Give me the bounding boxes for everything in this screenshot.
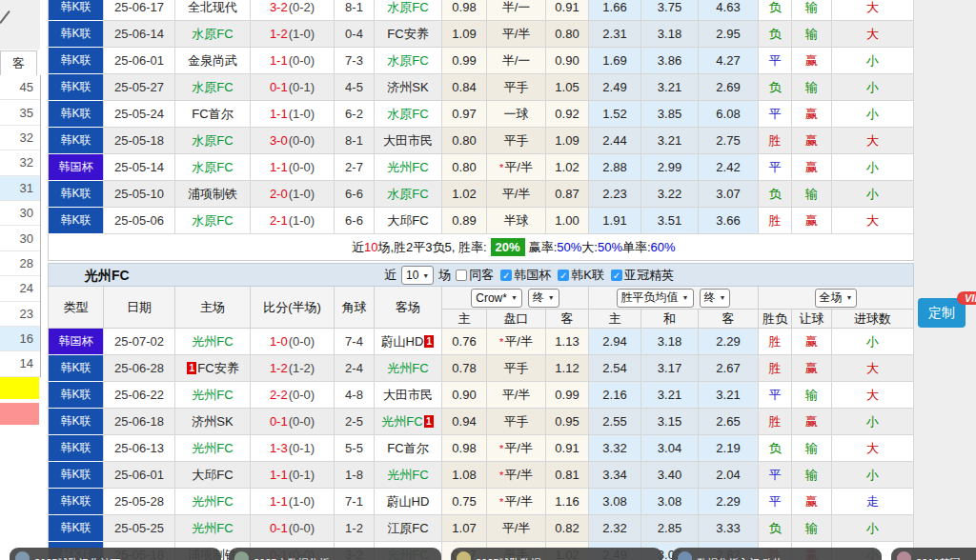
filter-checkbox-亚冠精英[interactable]: ✓亚冠精英 — [611, 267, 674, 284]
home-team[interactable]: 金泉尚武 — [175, 48, 251, 74]
score: 1-0(0-0) — [251, 329, 335, 355]
result-goals: 小 — [832, 462, 914, 489]
league-badge: 韩国杯 — [49, 329, 104, 355]
checkbox-checked-icon[interactable]: ✓ — [611, 270, 622, 281]
home-team[interactable]: 水原FC — [175, 128, 251, 154]
home-team[interactable]: 水原FC — [175, 74, 251, 101]
filter-checkbox-韩国杯[interactable]: ✓韩国杯 — [500, 267, 551, 284]
home-team[interactable]: 大邱FC — [175, 462, 251, 489]
away-team[interactable]: 光州FC — [375, 355, 442, 382]
league-badge: 韩K联 — [49, 355, 104, 382]
home-team[interactable]: 光州FC — [175, 329, 251, 355]
home-team[interactable]: 全北现代 — [175, 0, 251, 21]
match-date: 25-06-13 — [104, 435, 175, 462]
euro-odds-away: 2.29 — [699, 489, 759, 515]
away-team[interactable]: 蔚山HD — [375, 489, 442, 515]
home-team[interactable]: 济州SK — [175, 409, 251, 435]
asian-handicap: 半/一 — [487, 48, 546, 74]
filter-checkbox-同客[interactable]: 同客 — [456, 267, 494, 284]
asian-handicap: 平/半 — [487, 515, 546, 542]
asian-odds-home: 0.98 — [442, 435, 487, 462]
gwangju-table-header: 类型日期主场比分(半场)角球客场Crow*▼终▼胜平负均值▼终▼全场▼主盘口客主… — [48, 287, 914, 329]
table-row: 韩国杯25-07-02光州FC1-0(0-0)7-4蔚山HD10.76*平/半1… — [49, 329, 914, 355]
taskbar-popup[interactable]: 2016韩国 — [891, 548, 976, 560]
asian-odds-home: 0.94 — [442, 409, 487, 435]
away-team[interactable]: 光州FC1 — [375, 409, 442, 435]
home-team[interactable]: 光州FC — [175, 382, 251, 409]
away-team[interactable]: FC安养 — [375, 21, 442, 48]
euro-odds-home: 2.94 — [589, 329, 641, 355]
corner-count: 6-6 — [335, 208, 375, 234]
league-badge: 韩K联 — [49, 74, 104, 101]
sidebar-odds-value: 31 — [0, 176, 40, 201]
result-handicap: 赢 — [792, 489, 832, 515]
away-team[interactable]: 水原FC — [375, 48, 442, 74]
sub-header-0: 主 — [442, 310, 487, 329]
odds-source-select[interactable]: Crow*▼ — [471, 289, 522, 308]
home-team[interactable]: 1FC安养 — [175, 355, 251, 382]
home-team[interactable]: 水原FC — [175, 208, 251, 234]
home-team[interactable]: 光州FC — [175, 435, 251, 462]
match-date: 25-06-18 — [104, 409, 175, 435]
average-time-select[interactable]: 终▼ — [700, 289, 731, 308]
away-team[interactable]: 济州SK — [375, 74, 442, 101]
gwangju-section-bar: 光州FC 近 10▼ 场 同客✓韩国杯✓韩K联✓亚冠精英 — [48, 263, 914, 287]
away-team[interactable]: 水原FC — [375, 181, 442, 208]
euro-odds-draw: 2.85 — [641, 515, 699, 542]
odds-time-select[interactable]: 终▼ — [528, 289, 559, 308]
corner-count: 8-1 — [335, 0, 375, 21]
checkbox-label: 韩K联 — [571, 267, 604, 284]
euro-odds-away: 2.69 — [699, 74, 759, 101]
chevron-down-icon: ▼ — [548, 294, 555, 301]
asian-odds-home: 1.02 — [442, 181, 487, 208]
euro-odds-away: 3.33 — [699, 515, 759, 542]
taskbar-popup[interactable]: 2025球队数据 — [451, 548, 662, 560]
euro-odds-draw: 3.85 — [641, 101, 699, 128]
home-team[interactable]: 水原FC — [175, 21, 251, 48]
scope-select[interactable]: 全场▼ — [815, 289, 858, 308]
home-team[interactable]: 水原FC — [175, 154, 251, 181]
filter-checkbox-韩K联[interactable]: ✓韩K联 — [558, 267, 604, 284]
away-team[interactable]: 水原FC — [375, 101, 442, 128]
away-team[interactable]: 蔚山HD1 — [375, 329, 442, 355]
sidebar-odds-value: 35 — [0, 100, 40, 125]
euro-odds-draw: 3.17 — [641, 355, 699, 382]
average-type-select[interactable]: 胜平负均值▼ — [617, 289, 694, 308]
checkbox-checked-icon[interactable]: ✓ — [558, 270, 569, 281]
sub-header-6: 胜负 — [759, 310, 792, 329]
home-team[interactable]: 光州FC — [175, 515, 251, 542]
euro-odds-home: 3.08 — [589, 489, 641, 515]
home-team[interactable]: 浦项制铁 — [175, 181, 251, 208]
result-wdl: 胜 — [759, 329, 792, 355]
euro-odds-home: 2.16 — [589, 382, 641, 409]
away-team[interactable]: 光州FC — [375, 154, 442, 181]
euro-odds-home: 2.23 — [589, 181, 641, 208]
taskbar-popup[interactable]: 数据分析入门 购物 — [672, 548, 882, 560]
match-date: 25-05-25 — [104, 515, 175, 542]
popup-text: 数据分析入门 购物 — [697, 556, 783, 560]
corner-count: 8-1 — [335, 128, 375, 154]
vip-badge: VIP — [957, 291, 976, 305]
sidebar-pink-cell — [0, 403, 39, 425]
checkbox-checked-icon[interactable]: ✓ — [500, 270, 512, 281]
away-team[interactable]: FC首尔 — [375, 435, 442, 462]
home-team[interactable]: 光州FC — [175, 489, 251, 515]
corner-count: 7-1 — [335, 489, 375, 515]
asian-handicap: 一球 — [487, 101, 546, 128]
result-handicap: 输 — [792, 462, 832, 489]
away-team[interactable]: 光州FC — [375, 462, 442, 489]
away-team[interactable]: 大田市民 — [375, 382, 442, 409]
away-team[interactable]: 大邱FC — [375, 208, 442, 234]
away-team[interactable]: 水原FC — [375, 0, 442, 21]
taskbar-popup[interactable]: 2025球队汉化补丁 — [10, 548, 221, 560]
away-team[interactable]: 大田市民 — [375, 128, 442, 154]
games-count-select[interactable]: 10▼ — [401, 266, 434, 285]
match-date: 25-05-14 — [104, 154, 175, 181]
asian-handicap: 平手 — [487, 355, 546, 382]
checkbox-unchecked-icon[interactable] — [456, 270, 467, 281]
taskbar-popup[interactable]: 2025大数据分析 — [229, 548, 441, 560]
away-team[interactable]: 江原FC — [375, 515, 442, 542]
home-team[interactable]: FC首尔 — [175, 101, 251, 128]
score: 1-3(0-1) — [251, 435, 335, 462]
asian-odds-home: 1.08 — [442, 462, 487, 489]
